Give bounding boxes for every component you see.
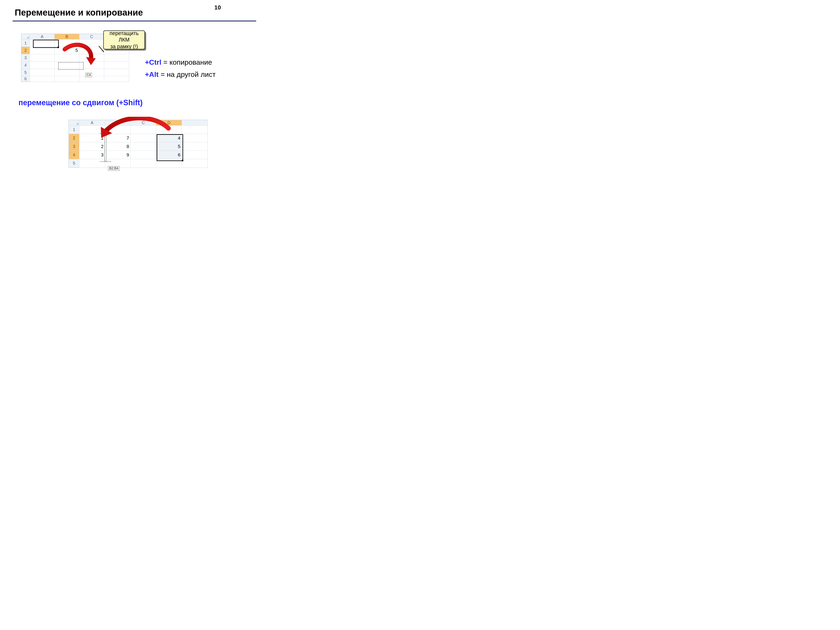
row-header-5-2: 5 <box>69 159 79 167</box>
cell-D3-2: 5 <box>156 142 182 151</box>
insert-target-top-bar <box>100 133 111 134</box>
col-header-A-2: A <box>79 120 105 126</box>
row-header-5: 5 <box>21 69 30 76</box>
cell-B2: 5 <box>55 47 79 54</box>
row-header-1-2: 1 <box>69 126 79 134</box>
col-header-C: C <box>79 34 104 39</box>
row-header-4-2: 4 <box>69 151 79 159</box>
row-header-3: 3 <box>21 54 30 62</box>
cell-B4-2: 9 <box>105 151 131 159</box>
hint-ctrl: +Ctrl = копирование <box>145 56 216 68</box>
cell-B3-2: 8 <box>105 142 131 151</box>
page-number: 10 <box>215 4 221 11</box>
reference-tooltip-1: C4 <box>85 73 92 77</box>
callout-line-2: за рамку (!) <box>110 43 138 49</box>
hint-ctrl-key: +Ctrl <box>145 58 161 66</box>
col-header-B-2: B <box>105 120 131 126</box>
col-header-C-2: C <box>131 120 156 126</box>
hint-alt-text: = на другой лист <box>159 70 216 78</box>
row-header-2: 2 <box>21 47 30 54</box>
cell-B2-2: 7 <box>105 134 131 142</box>
row-header-2-2: 2 <box>69 134 79 142</box>
row-header-6: 6 <box>21 76 30 82</box>
insert-target-bottom-bar <box>100 161 111 162</box>
cell-A2-2: 1 <box>79 134 105 142</box>
corner-cell-2 <box>69 120 79 126</box>
title-divider <box>13 21 256 21</box>
cell-D4-2: 6 <box>156 151 182 159</box>
hint-alt: +Alt = на другой лист <box>145 68 216 81</box>
modifier-hints: +Ctrl = копирование +Alt = на другой лис… <box>145 56 216 81</box>
cell-D2-2: 4 <box>156 134 182 142</box>
row-header-3-2: 3 <box>69 142 79 151</box>
col-header-B: B <box>55 34 79 39</box>
cell-A4-2: 3 <box>79 151 105 159</box>
cell-A3-2: 2 <box>79 142 105 151</box>
row-header-1: 1 <box>21 39 30 47</box>
callout-line-1: перетащить ЛКМ <box>110 30 139 43</box>
col-header-D-2: D <box>156 120 182 126</box>
row-header-4: 4 <box>21 62 30 69</box>
shift-subtitle: перемещение со сдвигом (+Shift) <box>19 98 142 107</box>
corner-cell <box>21 34 30 39</box>
spreadsheet-example-2: A B C D 1 2 1 7 4 3 2 8 5 4 3 9 6 5 <box>68 120 208 168</box>
col-header-extra-2 <box>182 120 207 126</box>
hint-alt-key: +Alt <box>145 70 159 78</box>
page-title: Перемещение и копирование <box>15 8 143 17</box>
hint-ctrl-text: = копирование <box>161 58 212 66</box>
reference-tooltip-2: B2:B4 <box>108 166 120 171</box>
col-header-A: A <box>30 34 55 39</box>
callout-bubble: перетащить ЛКМ за рамку (!) <box>103 30 145 49</box>
